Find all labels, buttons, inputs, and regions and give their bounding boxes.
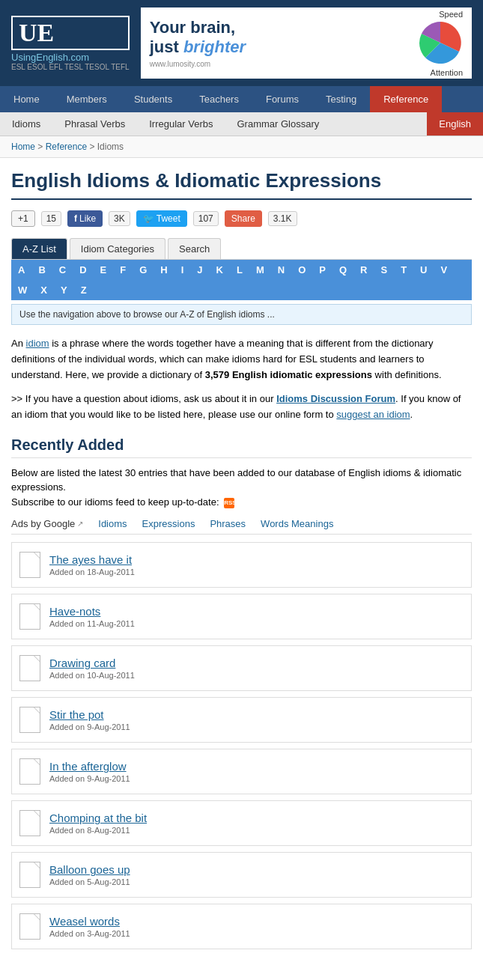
az-b[interactable]: B bbox=[31, 260, 52, 280]
idiom-date: Added on 9-Aug-2011 bbox=[49, 722, 130, 731]
az-m[interactable]: M bbox=[249, 260, 271, 280]
idiom-date: Added on 8-Aug-2011 bbox=[49, 826, 147, 835]
section-desc1: Below are listed the latest 30 entries t… bbox=[11, 467, 461, 493]
az-d[interactable]: D bbox=[73, 260, 93, 280]
idiom-title[interactable]: Stir the pot bbox=[49, 708, 104, 721]
idiom-info: Have-nots Added on 11-Aug-2011 bbox=[49, 605, 135, 628]
site-tagline: ESL ESOL EFL TESL TESOL TEFL bbox=[11, 63, 130, 71]
fb-label: Like bbox=[79, 213, 96, 224]
az-y[interactable]: Y bbox=[54, 280, 74, 300]
idiom-bold: English idiomatic expressions bbox=[232, 369, 372, 380]
az-r[interactable]: R bbox=[353, 260, 374, 280]
fb-icon: f bbox=[74, 213, 77, 224]
idiom-info: The ayes have it Added on 18-Aug-2011 bbox=[49, 553, 135, 576]
az-g[interactable]: G bbox=[133, 260, 154, 280]
idiom-title[interactable]: Balloon goes up bbox=[49, 863, 130, 876]
az-i[interactable]: I bbox=[174, 260, 191, 280]
az-x[interactable]: X bbox=[34, 280, 54, 300]
idiom-info: Chomping at the bit Added on 8-Aug-2011 bbox=[49, 812, 147, 835]
note-text1: If you have a question about idioms, ask… bbox=[22, 393, 276, 404]
az-z[interactable]: Z bbox=[74, 280, 94, 300]
ads-link-idioms[interactable]: Idioms bbox=[98, 518, 127, 529]
tab-idiom-categories[interactable]: Idiom Categories bbox=[70, 238, 165, 259]
idiom-link[interactable]: idiom bbox=[26, 338, 49, 349]
section-desc: Below are listed the latest 30 entries t… bbox=[11, 466, 472, 510]
list-item: Have-nots Added on 11-Aug-2011 bbox=[11, 594, 472, 639]
ads-link-phrases[interactable]: Phrases bbox=[210, 518, 246, 529]
az-o[interactable]: O bbox=[291, 260, 312, 280]
idiom-title[interactable]: Have-nots bbox=[49, 605, 100, 618]
ad-banner: Your brain, just brighter www.lumosity.c… bbox=[141, 7, 472, 79]
idiom-count: 3,579 bbox=[205, 369, 230, 380]
twitter-label: Tweet bbox=[157, 213, 180, 224]
ads-label: Ads by Google bbox=[11, 518, 75, 529]
tab-az-list[interactable]: A-Z List bbox=[11, 238, 67, 259]
rss-icon: RSS bbox=[224, 498, 234, 508]
doc-icon bbox=[19, 913, 40, 940]
subnav-english[interactable]: English bbox=[427, 112, 483, 136]
gplus-button[interactable]: +1 bbox=[11, 210, 35, 227]
nav-home[interactable]: Home bbox=[0, 86, 53, 112]
external-icon: ↗ bbox=[77, 520, 83, 528]
section-title: Recently Added bbox=[11, 436, 472, 458]
subnav-phrasal-verbs[interactable]: Phrasal Verbs bbox=[52, 112, 137, 136]
subnav-idioms[interactable]: Idioms bbox=[0, 112, 52, 136]
nav-reference[interactable]: Reference bbox=[370, 86, 442, 112]
doc-icon bbox=[19, 603, 40, 630]
az-v[interactable]: V bbox=[434, 260, 454, 280]
az-t[interactable]: T bbox=[394, 260, 413, 280]
breadcrumb-home[interactable]: Home bbox=[11, 141, 35, 152]
gplus-label: +1 bbox=[18, 213, 28, 224]
az-p[interactable]: P bbox=[312, 260, 332, 280]
az-j[interactable]: J bbox=[190, 260, 209, 280]
subnav-grammar-glossary[interactable]: Grammar Glossary bbox=[225, 112, 332, 136]
tab-bar: A-Z List Idiom Categories Search bbox=[11, 238, 472, 260]
forum-link[interactable]: Idioms Discussion Forum bbox=[276, 393, 395, 404]
share-button[interactable]: Share bbox=[225, 210, 262, 227]
idiom-title[interactable]: The ayes have it bbox=[49, 553, 132, 566]
az-u[interactable]: U bbox=[413, 260, 434, 280]
main-nav: Home Members Students Teachers Forums Te… bbox=[0, 86, 483, 112]
nav-members[interactable]: Members bbox=[53, 86, 121, 112]
idiom-title[interactable]: In the afterglow bbox=[49, 760, 127, 773]
doc-icon bbox=[19, 552, 40, 578]
az-w[interactable]: W bbox=[11, 280, 34, 300]
twitter-button[interactable]: 🐦 Tweet bbox=[136, 210, 187, 227]
nav-teachers[interactable]: Teachers bbox=[186, 86, 252, 112]
idiom-info: Weasel words Added on 3-Aug-2011 bbox=[49, 915, 130, 938]
suggest-link[interactable]: suggest an idiom bbox=[336, 409, 410, 420]
tab-search[interactable]: Search bbox=[168, 238, 221, 259]
breadcrumb-reference[interactable]: Reference bbox=[46, 141, 87, 152]
ads-link-words[interactable]: Words Meanings bbox=[261, 518, 333, 529]
az-a[interactable]: A bbox=[11, 260, 31, 280]
nav-students[interactable]: Students bbox=[121, 86, 186, 112]
az-c[interactable]: C bbox=[52, 260, 73, 280]
twitter-count: 107 bbox=[193, 211, 219, 226]
az-l[interactable]: L bbox=[230, 260, 249, 280]
idiom-date: Added on 11-Aug-2011 bbox=[49, 619, 135, 628]
idiom-title[interactable]: Drawing card bbox=[49, 657, 115, 669]
ads-link-expressions[interactable]: Expressions bbox=[142, 518, 195, 529]
list-item: Chomping at the bit Added on 8-Aug-2011 bbox=[11, 800, 472, 846]
ad-right-area: Speed Attention bbox=[418, 10, 463, 77]
az-f[interactable]: F bbox=[113, 260, 133, 280]
sub-nav: Idioms Phrasal Verbs Irregular Verbs Gra… bbox=[0, 112, 483, 136]
az-n[interactable]: N bbox=[271, 260, 291, 280]
list-item: The ayes have it Added on 18-Aug-2011 bbox=[11, 542, 472, 588]
idiom-title[interactable]: Chomping at the bit bbox=[49, 812, 147, 824]
doc-icon bbox=[19, 862, 40, 888]
site-name: UsingEnglish.com bbox=[11, 52, 130, 63]
az-h[interactable]: H bbox=[154, 260, 174, 280]
az-q[interactable]: Q bbox=[332, 260, 353, 280]
az-e[interactable]: E bbox=[94, 260, 114, 280]
subnav-irregular-verbs[interactable]: Irregular Verbs bbox=[137, 112, 225, 136]
az-k[interactable]: K bbox=[210, 260, 230, 280]
nav-forums[interactable]: Forums bbox=[252, 86, 312, 112]
idiom-info: Balloon goes up Added on 5-Aug-2011 bbox=[49, 863, 130, 886]
az-s[interactable]: S bbox=[374, 260, 394, 280]
breadcrumb: Home > Reference > Idioms bbox=[0, 136, 483, 158]
facebook-button[interactable]: f Like bbox=[67, 210, 103, 227]
nav-testing[interactable]: Testing bbox=[312, 86, 370, 112]
idiom-title[interactable]: Weasel words bbox=[49, 915, 120, 928]
ad-text-area: Your brain, just brighter www.lumosity.c… bbox=[150, 18, 410, 68]
